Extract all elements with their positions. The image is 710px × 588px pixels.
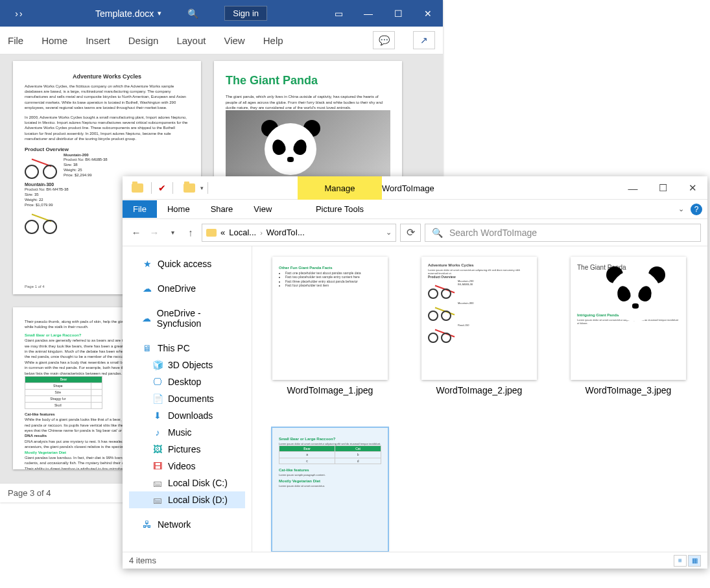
explorer-menubar: File Home Share View Picture Tools ⌄ ? bbox=[123, 200, 707, 219]
panda-image bbox=[226, 110, 390, 182]
product-overview-heading: Product Overview bbox=[25, 146, 189, 153]
file-name: WordToImage_2.jpeg bbox=[436, 385, 523, 395]
maximize-button[interactable]: ☐ bbox=[383, 0, 413, 27]
document-name: Template.docx bbox=[95, 8, 154, 19]
help-icon[interactable]: ? bbox=[691, 204, 702, 215]
nav-documents[interactable]: 📄Documents bbox=[129, 390, 245, 407]
word-titlebar: ›› Template.docx ▾ 🔍 Sign in ▭ — ☐ ✕ bbox=[0, 0, 443, 27]
search-icon: 🔍 bbox=[432, 228, 443, 238]
search-placeholder: Search WordToImage bbox=[449, 228, 537, 238]
breadcrumb-segment[interactable]: WordToI... bbox=[266, 228, 305, 237]
thumbnail: Adventure Works Cycles Lorem ipsum dolor… bbox=[421, 257, 537, 380]
explorer-titlebar[interactable]: ✔ ▾ Manage WordToImage — ☐ ✕ bbox=[123, 176, 707, 200]
chevron-down-icon[interactable]: ▾ bbox=[200, 185, 204, 191]
menu-design[interactable]: Design bbox=[128, 35, 159, 46]
thumbnail: The Giant Panda Intriguing Giant Panda M… bbox=[571, 257, 686, 380]
tab-picture-tools[interactable]: Picture Tools bbox=[298, 200, 382, 218]
comments-button[interactable]: 💬 bbox=[373, 31, 395, 49]
nav-this-pc[interactable]: 🖥This PC bbox=[129, 340, 245, 357]
nav-local-disk-d[interactable]: 🖴Local Disk (D:) bbox=[129, 491, 245, 508]
minimize-button[interactable]: — bbox=[618, 176, 648, 200]
forward-button[interactable]: → bbox=[147, 226, 161, 240]
file-name: WordToImage_3.jpeg bbox=[586, 385, 672, 395]
explorer-title: WordToImage bbox=[382, 176, 434, 200]
nav-network[interactable]: 🖧Network bbox=[129, 516, 245, 533]
ribbon-display-icon[interactable]: ▭ bbox=[324, 0, 353, 27]
page1-para1: Adventure Works Cycles, the fictitious c… bbox=[25, 84, 189, 111]
menu-help[interactable]: Help bbox=[263, 35, 283, 46]
nav-quick-access[interactable]: ★Quick access bbox=[129, 255, 245, 272]
search-icon[interactable]: 🔍 bbox=[187, 8, 198, 19]
nav-local-disk-c[interactable]: 🖴Local Disk (C:) bbox=[129, 475, 245, 491]
menu-file[interactable]: File bbox=[8, 35, 23, 46]
thumbnail: Other Fun Giant Panda Facts Fact one pla… bbox=[272, 257, 388, 380]
nav-onedrive-syncfusion[interactable]: ☁OneDrive - Syncfusion bbox=[129, 305, 245, 332]
page2-title: The Giant Panda bbox=[226, 73, 390, 89]
thumbnails-view-button[interactable]: ▦ bbox=[688, 555, 701, 567]
refresh-button[interactable]: ⟳ bbox=[400, 224, 421, 242]
details-view-button[interactable]: ≡ bbox=[674, 555, 687, 567]
search-input[interactable]: 🔍 Search WordToImage bbox=[425, 224, 701, 242]
word-title-area: Template.docx ▾ 🔍 Sign in bbox=[39, 6, 324, 21]
checkmark-icon[interactable]: ✔ bbox=[158, 183, 166, 193]
bike-icon bbox=[25, 156, 57, 179]
share-button[interactable]: ↗ bbox=[413, 31, 435, 49]
back-button[interactable]: ← bbox=[129, 226, 143, 240]
page-count: Page 3 of 4 bbox=[8, 488, 51, 498]
tab-share[interactable]: Share bbox=[200, 200, 244, 218]
page1-para2: In 2000, Adventure Works Cycles bought a… bbox=[25, 115, 189, 142]
minimize-button[interactable]: — bbox=[353, 0, 383, 27]
nav-desktop[interactable]: 🖵Desktop bbox=[129, 373, 245, 390]
file-item[interactable]: Small Bear or Large Raccoon? Lorem ipsum… bbox=[272, 428, 388, 552]
close-button[interactable]: ✕ bbox=[678, 176, 707, 200]
tab-file[interactable]: File bbox=[123, 200, 157, 218]
quick-access-toolbar-overflow[interactable]: ›› bbox=[0, 8, 39, 19]
manage-tab[interactable]: Manage bbox=[298, 176, 382, 200]
menu-view[interactable]: View bbox=[224, 35, 244, 46]
maximize-button[interactable]: ☐ bbox=[648, 176, 678, 200]
bike-icon bbox=[25, 211, 57, 234]
page2-intro: The giant panda, which only lives in Chi… bbox=[226, 94, 390, 110]
up-button[interactable]: ↑ bbox=[183, 226, 198, 240]
folder-icon bbox=[132, 183, 143, 193]
sign-in-button[interactable]: Sign in bbox=[224, 6, 267, 21]
nav-music[interactable]: ♪Music bbox=[129, 424, 245, 441]
recent-locations-icon[interactable]: ▾ bbox=[165, 226, 180, 240]
word-window-controls: ▭ — ☐ ✕ bbox=[324, 0, 443, 27]
nav-videos[interactable]: 🎞Videos bbox=[129, 458, 245, 475]
file-item[interactable]: Other Fun Giant Panda Facts Fact one pla… bbox=[272, 257, 388, 395]
ribbon-expand-icon[interactable]: ⌄ bbox=[678, 205, 684, 213]
m300-name: Mountain-300 bbox=[25, 182, 54, 187]
nav-3d-objects[interactable]: 🧊3D Objects bbox=[129, 357, 245, 373]
nav-onedrive[interactable]: ☁OneDrive bbox=[129, 280, 245, 297]
document-title[interactable]: Template.docx ▾ bbox=[95, 8, 161, 19]
explorer-window: ✔ ▾ Manage WordToImage — ☐ ✕ File Home S… bbox=[123, 176, 707, 569]
explorer-window-controls: — ☐ ✕ bbox=[618, 176, 707, 200]
page1-footer: Page 1 of 4 bbox=[25, 284, 45, 289]
menu-layout[interactable]: Layout bbox=[176, 35, 206, 46]
file-item[interactable]: Adventure Works Cycles Lorem ipsum dolor… bbox=[421, 257, 538, 395]
page1-heading: Adventure Works Cycles bbox=[25, 73, 189, 81]
tab-home[interactable]: Home bbox=[157, 200, 200, 218]
menu-insert[interactable]: Insert bbox=[86, 35, 110, 46]
tab-view[interactable]: View bbox=[243, 200, 282, 218]
breadcrumb-segment[interactable]: Local... bbox=[229, 228, 256, 237]
comparison-table: Bear Shape Size Shaggy fur Skull bbox=[25, 376, 102, 409]
chevron-right-icon[interactable]: › bbox=[260, 229, 263, 237]
content-pane[interactable]: Other Fun Giant Panda Facts Fact one pla… bbox=[252, 246, 707, 552]
explorer-status-bar: 4 items ≡ ▦ bbox=[123, 552, 707, 569]
address-bar[interactable]: « Local... › WordToI... ⌄ bbox=[202, 224, 396, 242]
explorer-address-row: ← → ▾ ↑ « Local... › WordToI... ⌄ ⟳ 🔍 Se… bbox=[123, 219, 707, 246]
nav-pictures[interactable]: 🖼Pictures bbox=[129, 441, 245, 458]
explorer-body: ★Quick access ☁OneDrive ☁OneDrive - Sync… bbox=[123, 246, 707, 552]
file-item[interactable]: The Giant Panda Intriguing Giant Panda M… bbox=[570, 257, 687, 395]
chevron-down-icon: ▾ bbox=[158, 9, 161, 18]
nav-downloads[interactable]: ⬇Downloads bbox=[129, 407, 245, 424]
m200-name: Mountain-200 bbox=[64, 153, 89, 157]
close-button[interactable]: ✕ bbox=[413, 0, 443, 27]
chevron-down-icon[interactable]: ⌄ bbox=[386, 228, 392, 237]
folder-icon[interactable] bbox=[183, 183, 195, 193]
word-ribbon: File Home Insert Design Layout View Help… bbox=[0, 27, 443, 54]
item-count: 4 items bbox=[129, 556, 156, 565]
menu-home[interactable]: Home bbox=[41, 35, 67, 46]
